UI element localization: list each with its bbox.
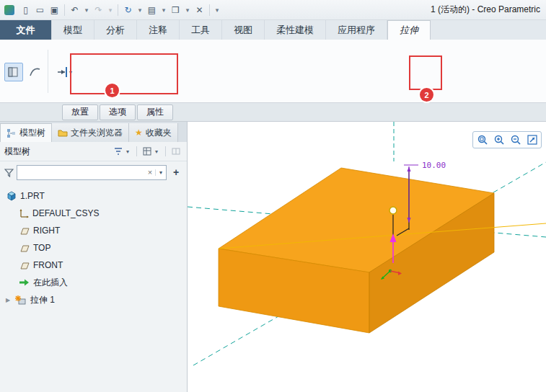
tree-item-insert-here[interactable]: 在此插入 xyxy=(0,274,187,291)
tab-placement[interactable]: 放置 xyxy=(62,104,98,120)
tab-file[interactable]: 文件 xyxy=(0,20,52,40)
tree-columns-icon xyxy=(169,145,182,158)
windows-dropdown-icon[interactable]: ▾ xyxy=(184,4,191,17)
zoom-window-button[interactable] xyxy=(475,133,490,147)
zoom-out-button[interactable] xyxy=(508,133,523,147)
insert-here-icon xyxy=(19,278,30,287)
plane-icon xyxy=(19,261,30,270)
windows-icon[interactable]: ❒ xyxy=(169,4,182,17)
tree-filter-combo: × ▾ xyxy=(17,165,167,180)
window-title: 1 (活动的) - Creo Parametric xyxy=(431,4,542,16)
undo-icon[interactable]: ↶ xyxy=(69,4,81,17)
tree-item-part[interactable]: 1.PRT xyxy=(0,187,187,205)
title-bar: ▯ ▭ ▣ ↶ ▾ ↷ ▾ ↻ ▾ ▤ ▾ ❒ ▾ ✕ ▾ 1 (活动的) - … xyxy=(0,0,546,20)
model-viewport: 10.00 xyxy=(188,122,546,392)
plane-icon xyxy=(19,226,30,236)
extrude-surface-button[interactable] xyxy=(26,63,45,81)
model-tree-title: 模型树 xyxy=(4,146,30,158)
tab-label: 文件夹浏览器 xyxy=(71,127,123,139)
extrude-preview-box[interactable] xyxy=(219,168,494,333)
tree-item-label: 1.PRT xyxy=(20,191,45,201)
model-tree: 1.PRT DEFAULT_CSYS RIGHT xyxy=(0,183,187,308)
tab-model-tree[interactable]: 模型树 xyxy=(0,123,52,142)
navigator-panel: 模型树 文件夹浏览器 ★ 收藏夹 模型树 ▾ xyxy=(0,122,188,392)
chevron-down-icon[interactable]: ▾ xyxy=(155,148,162,155)
tab-folder-browser[interactable]: 文件夹浏览器 xyxy=(52,123,129,142)
tab-label: 收藏夹 xyxy=(146,127,172,139)
tab-favorites[interactable]: ★ 收藏夹 xyxy=(129,123,178,142)
tree-filter-input[interactable] xyxy=(17,167,145,177)
separator xyxy=(136,146,137,156)
save-icon[interactable]: ▣ xyxy=(48,4,61,17)
extrude-solid-button[interactable] xyxy=(4,63,23,81)
redo-dropdown-icon: ▾ xyxy=(107,4,114,17)
ribbon-tab-bar: 文件 模型 分析 注释 工具 视图 柔性建模 应用程序 拉伸 xyxy=(0,20,546,40)
regenerate-dropdown-icon[interactable]: ▾ xyxy=(136,4,144,17)
view-toolbar xyxy=(472,131,542,148)
open-file-icon[interactable]: ▭ xyxy=(34,4,46,17)
close-window-icon[interactable]: ✕ xyxy=(193,4,206,17)
depth-type-button[interactable]: ▾ xyxy=(52,63,76,81)
sketch-circle[interactable] xyxy=(389,207,397,214)
extrude-dashboard: ▾ ▾ xyxy=(0,40,546,103)
clear-filter-icon[interactable]: × xyxy=(145,168,155,177)
separator xyxy=(209,4,210,16)
chevron-down-icon[interactable]: ▾ xyxy=(155,169,166,176)
star-icon: ★ xyxy=(135,128,143,138)
tab-properties[interactable]: 属性 xyxy=(137,104,173,120)
chevron-down-icon: ▾ xyxy=(69,69,72,76)
extrude-feature-icon xyxy=(15,295,27,306)
tree-item-front-plane[interactable]: FRONT xyxy=(0,257,187,274)
surface-icon xyxy=(29,66,42,79)
tab-applications[interactable]: 应用程序 xyxy=(326,20,387,40)
gallery-icon[interactable]: ▤ xyxy=(146,4,158,17)
tree-item-label: FRONT xyxy=(33,260,63,270)
blind-depth-icon xyxy=(56,66,69,79)
tab-extrude-active[interactable]: 拉伸 xyxy=(387,20,431,40)
app-icon xyxy=(4,5,14,15)
graphics-area[interactable]: 10.00 xyxy=(188,122,546,392)
creo-parametric-window: ▯ ▭ ▣ ↶ ▾ ↷ ▾ ↻ ▾ ▤ ▾ ❒ ▾ ✕ ▾ 1 (活动的) - … xyxy=(0,0,546,392)
filter-funnel-icon[interactable] xyxy=(4,168,14,177)
separator xyxy=(118,4,118,16)
tree-item-label: TOP xyxy=(33,243,50,253)
undo-dropdown-icon[interactable]: ▾ xyxy=(83,4,90,17)
tree-item-csys[interactable]: DEFAULT_CSYS xyxy=(0,205,187,222)
tab-annotate[interactable]: 注释 xyxy=(137,20,180,40)
csys-icon xyxy=(19,208,29,218)
plane-icon xyxy=(19,244,30,253)
expander-icon[interactable]: ▶ xyxy=(4,297,12,303)
refit-button[interactable] xyxy=(524,133,540,147)
separator xyxy=(64,4,65,16)
zoom-in-button[interactable] xyxy=(491,133,506,147)
part-icon xyxy=(6,191,17,201)
dashboard-tab-strip: 放置 选项 属性 xyxy=(0,103,546,122)
chevron-down-icon[interactable]: ▾ xyxy=(126,148,133,155)
folder-icon xyxy=(58,128,68,137)
add-filter-button[interactable]: + xyxy=(169,166,182,179)
tree-item-right-plane[interactable]: RIGHT xyxy=(0,222,187,239)
new-file-icon[interactable]: ▯ xyxy=(19,4,32,17)
customize-toolbar-icon[interactable]: ▾ xyxy=(213,4,221,17)
tab-tools[interactable]: 工具 xyxy=(180,20,222,40)
gallery-dropdown-icon[interactable]: ▾ xyxy=(160,4,167,17)
tree-item-extrude-1[interactable]: ▶ 拉伸 1 xyxy=(0,291,187,308)
tree-item-top-plane[interactable]: TOP xyxy=(0,239,187,257)
redo-icon: ↷ xyxy=(92,4,105,17)
tab-view[interactable]: 视图 xyxy=(222,20,265,40)
callout-badge-1: 1 xyxy=(105,84,119,97)
tree-filters-icon[interactable] xyxy=(112,145,125,158)
callout-badge-2: 2 xyxy=(420,88,433,102)
tab-model[interactable]: 模型 xyxy=(52,20,94,40)
dimension-value[interactable]: 10.00 xyxy=(422,161,446,170)
regenerate-icon[interactable]: ↻ xyxy=(122,4,134,17)
tree-item-label: 拉伸 1 xyxy=(30,294,55,306)
tab-options[interactable]: 选项 xyxy=(100,104,136,120)
tab-analysis[interactable]: 分析 xyxy=(94,20,137,40)
model-tree-header: 模型树 ▾ ▾ xyxy=(0,142,187,161)
tab-label: 模型树 xyxy=(19,127,45,139)
tab-flexible-modeling[interactable]: 柔性建模 xyxy=(265,20,326,40)
tree-settings-icon[interactable] xyxy=(141,145,154,158)
tree-item-label: DEFAULT_CSYS xyxy=(32,208,99,218)
tree-item-label: 在此插入 xyxy=(33,277,68,289)
